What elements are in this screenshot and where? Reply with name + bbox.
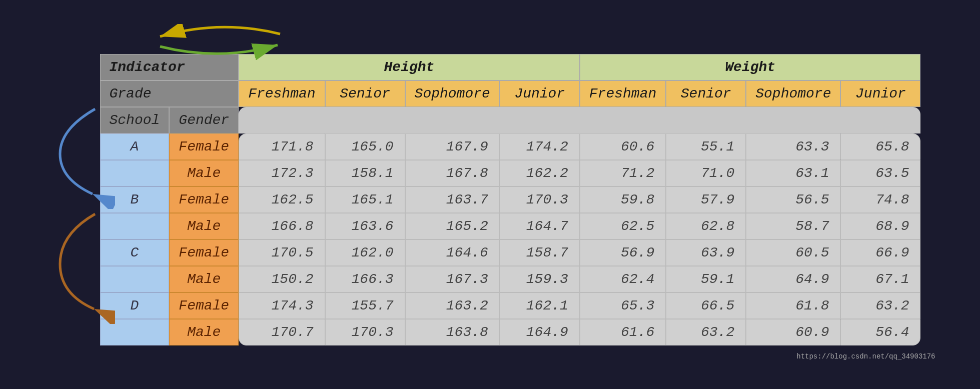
pivot-table: Indicator Height Weight Grade Freshman S… — [100, 54, 921, 346]
data-cell: 170.5 — [239, 240, 325, 266]
data-cell: 63.5 — [840, 160, 920, 186]
table-row: Male150.2166.3167.3159.362.459.164.967.1 — [100, 266, 921, 292]
data-cell: 167.8 — [405, 160, 500, 186]
data-cell: 162.0 — [325, 240, 405, 266]
data-cell: 159.3 — [500, 266, 580, 292]
data-cell: 167.9 — [405, 134, 500, 160]
grade-row: Grade Freshman Senior Sophomore Junior F… — [100, 80, 921, 107]
grade-freshman-2: Freshman — [580, 80, 666, 107]
data-cell: 150.2 — [239, 266, 325, 292]
data-cell: 155.7 — [325, 292, 405, 319]
data-cell: 63.2 — [840, 292, 920, 319]
data-cell: 71.0 — [666, 160, 746, 186]
grade-label: Grade — [100, 80, 239, 107]
data-cell: 56.5 — [746, 186, 840, 213]
data-cell: 68.9 — [840, 213, 920, 240]
data-cell: 57.9 — [666, 186, 746, 213]
data-cell: 174.3 — [239, 292, 325, 319]
table-row: Male172.3158.1167.8162.271.271.063.163.5 — [100, 160, 921, 186]
table-row: CFemale170.5162.0164.6158.756.963.960.56… — [100, 240, 921, 266]
data-cell: 61.6 — [580, 319, 666, 346]
weight-header: Weight — [580, 54, 921, 80]
data-cell: 170.3 — [325, 319, 405, 346]
grade-sophomore-2: Sophomore — [746, 80, 840, 107]
data-cell: 63.9 — [666, 240, 746, 266]
data-cell: 63.2 — [666, 319, 746, 346]
gender-cell: Female — [169, 292, 239, 319]
data-cell: 74.8 — [840, 186, 920, 213]
data-cell: 56.9 — [580, 240, 666, 266]
table-row: AFemale171.8165.0167.9174.260.655.163.36… — [100, 134, 921, 160]
data-cell: 166.8 — [239, 213, 325, 240]
data-cell: 170.7 — [239, 319, 325, 346]
data-cell: 62.5 — [580, 213, 666, 240]
data-cell: 163.8 — [405, 319, 500, 346]
data-cell: 164.6 — [405, 240, 500, 266]
data-cell: 167.3 — [405, 266, 500, 292]
data-cell: 60.9 — [746, 319, 840, 346]
gender-cell: Male — [169, 266, 239, 292]
subheader-row: School Gender — [100, 107, 921, 134]
watermark: https://blog.csdn.net/qq_34903176 — [796, 352, 935, 360]
data-cell: 59.1 — [666, 266, 746, 292]
table-row: Male170.7170.3163.8164.961.663.260.956.4 — [100, 319, 921, 346]
data-cell: 172.3 — [239, 160, 325, 186]
data-cell: 62.4 — [580, 266, 666, 292]
data-cell: 67.1 — [840, 266, 920, 292]
gender-cell: Female — [169, 186, 239, 213]
data-cell: 56.4 — [840, 319, 920, 346]
data-cell: 174.2 — [500, 134, 580, 160]
gender-cell: Male — [169, 160, 239, 186]
data-cell: 164.7 — [500, 213, 580, 240]
data-cell: 63.3 — [746, 134, 840, 160]
data-cell: 171.8 — [239, 134, 325, 160]
arrow-left-top-icon — [50, 99, 115, 209]
data-cell: 165.0 — [325, 134, 405, 160]
table-row: Male166.8163.6165.2164.762.562.858.768.9 — [100, 213, 921, 240]
grade-sophomore-1: Sophomore — [405, 80, 500, 107]
table-row: BFemale162.5165.1163.7170.359.857.956.57… — [100, 186, 921, 213]
data-cell: 61.8 — [746, 292, 840, 319]
data-cell: 162.1 — [500, 292, 580, 319]
data-cell: 163.2 — [405, 292, 500, 319]
table-body: AFemale171.8165.0167.9174.260.655.163.36… — [100, 134, 921, 346]
grade-senior-2: Senior — [666, 80, 746, 107]
data-cell: 166.3 — [325, 266, 405, 292]
data-cell: 163.6 — [325, 213, 405, 240]
data-cell: 65.3 — [580, 292, 666, 319]
arrow-left-bottom-icon — [50, 204, 115, 324]
data-cell: 63.1 — [746, 160, 840, 186]
data-cell: 55.1 — [666, 134, 746, 160]
main-container: Indicator Height Weight Grade Freshman S… — [40, 24, 940, 366]
data-cell: 62.8 — [666, 213, 746, 240]
data-cell: 71.2 — [580, 160, 666, 186]
data-cell: 66.5 — [666, 292, 746, 319]
data-cell: 165.1 — [325, 186, 405, 213]
data-cell: 163.7 — [405, 186, 500, 213]
data-cell: 58.7 — [746, 213, 840, 240]
gender-cell: Male — [169, 213, 239, 240]
data-cell: 158.1 — [325, 160, 405, 186]
data-cell: 158.7 — [500, 240, 580, 266]
gender-cell: Female — [169, 134, 239, 160]
table-row: DFemale174.3155.7163.2162.165.366.561.86… — [100, 292, 921, 319]
data-cell: 65.8 — [840, 134, 920, 160]
data-cell: 170.3 — [500, 186, 580, 213]
grade-freshman-1: Freshman — [239, 80, 325, 107]
data-cell: 60.6 — [580, 134, 666, 160]
data-cell: 165.2 — [405, 213, 500, 240]
data-cell: 164.9 — [500, 319, 580, 346]
data-cell: 66.9 — [840, 240, 920, 266]
data-cell: 162.2 — [500, 160, 580, 186]
data-cell: 162.5 — [239, 186, 325, 213]
grade-junior-2: Junior — [840, 80, 920, 107]
data-cell: 59.8 — [580, 186, 666, 213]
grade-senior-1: Senior — [325, 80, 405, 107]
gender-col-header: Gender — [169, 107, 239, 134]
arrow-top-icon — [140, 24, 300, 64]
grade-junior-1: Junior — [500, 80, 580, 107]
data-cell: 60.5 — [746, 240, 840, 266]
gender-cell: Male — [169, 319, 239, 346]
data-cell: 64.9 — [746, 266, 840, 292]
gender-cell: Female — [169, 240, 239, 266]
